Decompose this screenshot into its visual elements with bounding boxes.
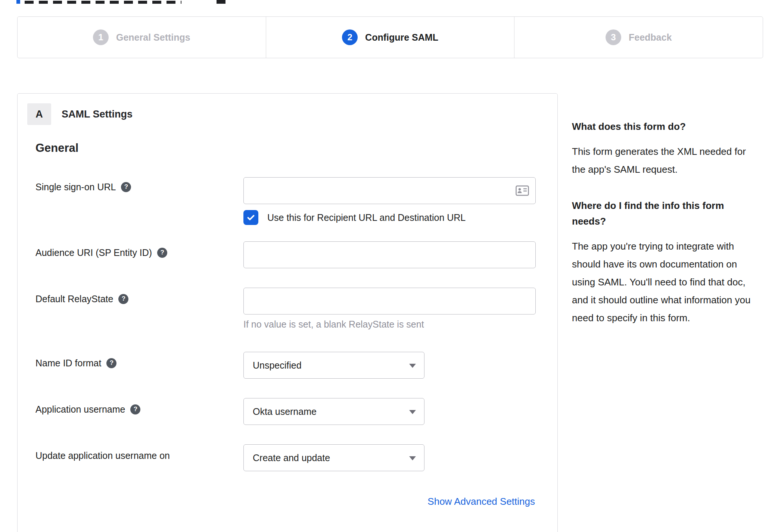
name-id-format-value: Unspecified [253,360,302,371]
show-advanced-settings-link[interactable]: Show Advanced Settings [427,496,535,507]
saml-settings-panel: A SAML Settings General Single sign-on U… [17,93,558,532]
application-username-value: Okta username [253,406,317,417]
update-username-label: Update application username on [35,450,170,461]
name-id-format-label: Name ID format [35,358,101,369]
step-3-number-badge: 3 [606,29,621,45]
sso-url-label-row: Single sign-on URL [35,180,131,194]
help-icon[interactable] [118,294,128,304]
section-a-badge: A [27,103,51,125]
sso-url-input-wrap [243,177,536,204]
clipped-title-text-fragments [25,1,181,4]
dropdown-caret-icon [409,364,416,368]
relay-state-label-row: Default RelayState [35,292,128,306]
relay-state-hint: If no value is set, a blank RelayState i… [243,319,424,330]
sso-url-input[interactable] [243,177,536,204]
step-general-settings[interactable]: 1 General Settings [18,17,266,58]
dropdown-caret-icon [409,410,416,414]
wizard-stepper: 1 General Settings 2 Configure SAML 3 Fe… [17,16,763,58]
help-sidebar: What does this form do? This form genera… [572,119,760,346]
sidebar-question-1: What does this form do? [572,119,760,134]
panel-title: SAML Settings [62,109,133,120]
step-2-number-badge: 2 [342,29,358,45]
recipient-url-checkbox[interactable] [243,210,258,225]
update-username-value: Create and update [253,453,330,463]
step-1-number-badge: 1 [93,29,109,45]
step-1-label: General Settings [116,32,190,43]
application-username-label: Application username [35,404,125,415]
application-username-select[interactable]: Okta username [243,398,424,425]
step-feedback[interactable]: 3 Feedback [514,17,763,58]
relay-state-input[interactable] [243,288,536,314]
recipient-url-checkbox-label: Use this for Recipient URL and Destinati… [267,212,466,223]
dropdown-caret-icon [409,456,416,460]
help-icon[interactable] [121,182,131,192]
audience-uri-input[interactable] [243,241,536,268]
name-id-format-select[interactable]: Unspecified [243,352,424,379]
sidebar-answer-1: This form generates the XML needed for t… [572,143,760,178]
application-username-label-row: Application username [35,403,140,416]
step-2-label: Configure SAML [365,32,438,43]
help-icon[interactable] [106,358,116,368]
sso-url-label: Single sign-on URL [35,182,116,193]
clipped-header-icon [217,0,225,4]
general-section-heading: General [35,141,78,155]
audience-uri-label: Audience URI (SP Entity ID) [35,247,152,258]
help-icon[interactable] [157,248,167,258]
step-3-label: Feedback [629,32,672,43]
name-id-format-label-row: Name ID format [35,356,116,370]
relay-state-label: Default RelayState [35,294,113,304]
update-username-select[interactable]: Create and update [243,444,424,471]
sidebar-answer-2: The app you're trying to integrate with … [572,237,760,327]
audience-uri-label-row: Audience URI (SP Entity ID) [35,246,167,259]
recipient-url-checkbox-row: Use this for Recipient URL and Destinati… [243,210,466,225]
step-configure-saml[interactable]: 2 Configure SAML [266,17,515,58]
clipped-page-title [16,0,240,4]
checkmark-icon [246,213,256,222]
clipped-title-accent [16,0,20,4]
help-icon[interactable] [130,404,140,414]
update-username-label-row: Update application username on [35,449,170,462]
sidebar-question-2: Where do I find the info this form needs… [572,198,760,229]
